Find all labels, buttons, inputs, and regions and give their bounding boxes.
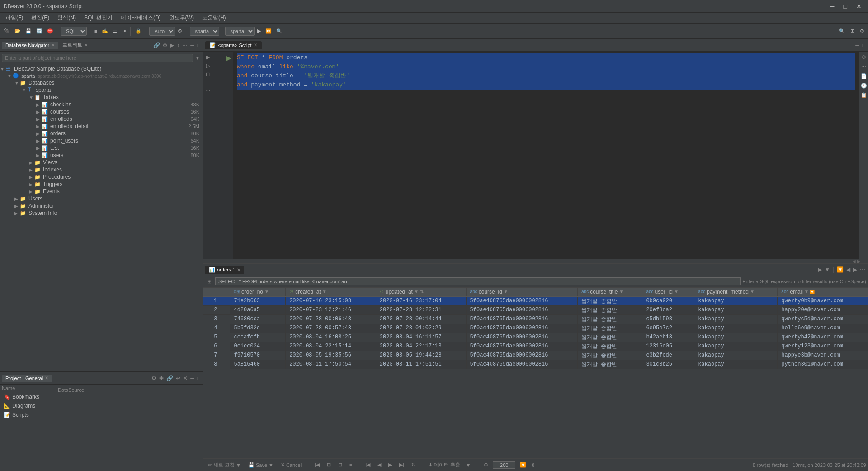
menu-nav[interactable]: 탐색(N) [54, 13, 80, 23]
th-sort-created-at[interactable]: ▼ [322, 289, 327, 294]
results-filter-input[interactable] [215, 277, 741, 285]
last-page-button[interactable]: ▶| [396, 461, 407, 469]
format-button[interactable]: ≡ [93, 28, 99, 35]
refresh-button[interactable]: 🔄 [34, 27, 44, 35]
table-row[interactable]: 4 5b5fd32c 2020-07-28 00:57:43 2020-07-2… [203, 324, 868, 333]
tree-procedures[interactable]: ▶ 📁 Procedures [0, 173, 203, 181]
limit-input[interactable]: 200 [493, 461, 515, 469]
results-settings-icon[interactable]: ⋯ [859, 266, 866, 274]
th-user-id[interactable]: abc user_id ▼ [642, 288, 694, 296]
lock-button[interactable]: 🔒 [133, 27, 143, 35]
tree-table-enrolleds-detail[interactable]: ▶ 📊 enrolleds_detail 2.5M [0, 123, 203, 130]
tree-table-enrolleds[interactable]: ▶ 📊 enrolleds 64K [0, 115, 203, 123]
nav-collapse-button[interactable]: ↕ [176, 41, 180, 49]
table-row[interactable]: 1 71e2b663 2020-07-16 23:15:03 2020-07-1… [203, 296, 868, 306]
history-sidebar-icon[interactable]: 🕐 [860, 82, 868, 90]
run-line-icon[interactable]: ▷ [205, 62, 211, 70]
th-sort-course-id[interactable]: ▼ [504, 289, 508, 294]
filter-settings-button[interactable]: ⚙ [481, 461, 491, 469]
table-row[interactable]: 5 cccafcfb 2020-08-04 16:08:25 2020-08-0… [203, 333, 868, 342]
expand-sidebar-icon[interactable]: 📋 [860, 91, 868, 99]
save-data-button[interactable]: 💾 Save ▼ [245, 461, 276, 469]
results-drop-icon[interactable]: ▼ [824, 266, 831, 274]
executor2-dropdown[interactable]: sparta [225, 27, 255, 36]
tree-table-checkins[interactable]: ▶ 📊 checkins 48K [0, 101, 203, 108]
open-button[interactable]: 📂 [13, 27, 23, 35]
th-sort-payment-method[interactable]: ▼ [750, 289, 755, 294]
navigator-search-input[interactable] [2, 54, 193, 62]
tab-script[interactable]: 📝 <sparta> Script ✕ [205, 41, 262, 49]
format-code-icon[interactable]: ≡ [205, 79, 210, 86]
project-nav-diagrams[interactable]: 📐 Diagrams [0, 401, 54, 410]
th-sort-email[interactable]: ▼ [804, 289, 809, 294]
save-sidebar-icon[interactable]: 📄 [860, 72, 868, 80]
first-row-button[interactable]: |◀ [312, 461, 322, 469]
prev-page-button[interactable]: ◀ [375, 461, 384, 469]
th-updated-at[interactable]: ⏱ updated_at ▼ ⇅ [376, 288, 466, 296]
tab-close-script[interactable]: ✕ [254, 43, 257, 48]
th-course-id[interactable]: abc course_id ▼ [466, 288, 577, 296]
column-order-button[interactable]: ≡ [347, 461, 355, 469]
tab-results[interactable]: 📊 orders 1 ✕ [205, 266, 244, 274]
results-copy-icon[interactable]: ◀ [845, 266, 851, 274]
filter-apply-button[interactable]: 🔽 [517, 461, 529, 469]
nav-maximize-button[interactable]: □ [196, 41, 201, 49]
run-script-button[interactable]: ⏩ [264, 27, 274, 35]
tab-close-navigator[interactable]: ✕ [51, 43, 55, 48]
editor-content[interactable]: SELECT * FROM orders where email like '%… [233, 52, 859, 259]
tree-system-info[interactable]: ▶ 📁 System Info [0, 209, 203, 217]
project-refresh-button[interactable]: ↩ [175, 374, 181, 382]
project-minimize-button[interactable]: ─ [189, 374, 195, 382]
search-toolbar-button[interactable]: 🔍 [274, 27, 284, 35]
settings-sidebar-icon[interactable]: ⚙ [861, 53, 867, 61]
comment-button[interactable]: ✍ [100, 27, 110, 35]
menu-file[interactable]: 파일(F) [2, 13, 27, 23]
th-email[interactable]: abc email ▼ 🔽 [778, 288, 868, 296]
export-button[interactable]: ⬇ 데이터 추출... ▼ [426, 461, 473, 469]
tree-root-dbeaver[interactable]: ▼ 🗃 DBeaver Sample Database (SQLite) [0, 65, 203, 72]
auto-dropdown[interactable]: Auto [149, 27, 175, 36]
menu-edit[interactable]: 편집(E) [28, 13, 53, 23]
project-link-button[interactable]: 🔗 [165, 374, 174, 382]
next-page-button[interactable]: ▶ [386, 461, 395, 469]
group-rows-button[interactable]: ⊞ [324, 461, 334, 469]
table-row[interactable]: 7 f9710570 2020-08-05 19:35:56 2020-08-0… [203, 351, 868, 360]
filter-toggle-button[interactable]: ⊞ [205, 277, 213, 285]
table-row[interactable]: 3 74680cca 2020-07-28 00:06:48 2020-07-2… [203, 314, 868, 324]
tree-table-point-users[interactable]: ▶ 📊 point_users 64K [0, 137, 203, 144]
nav-minimize-button[interactable]: ─ [189, 41, 195, 49]
tree-tables[interactable]: ▼ 📋 Tables [0, 94, 203, 101]
tree-sparta-db[interactable]: ▼ 🗄 sparta [0, 86, 203, 94]
tree-table-users[interactable]: ▶ 📊 users 80K [0, 152, 203, 159]
minimize-button[interactable]: ─ [827, 2, 837, 11]
tree-indexes[interactable]: ▶ 📁 Indexes [0, 166, 203, 173]
stop-button[interactable]: ⛔ [45, 27, 55, 35]
th-course-title[interactable]: abc course_title ▼ [578, 288, 642, 296]
sql-type-dropdown[interactable]: SQL [61, 27, 87, 36]
toolbar-settings-icon[interactable]: ⚙ [858, 27, 866, 35]
editor-minimize-button[interactable]: ─ [854, 41, 860, 49]
run-button[interactable]: ▶ [255, 27, 263, 35]
project-delete-button[interactable]: ✕ [182, 374, 189, 382]
tree-users[interactable]: ▶ 📁 Users [0, 195, 203, 202]
menu-window[interactable]: 윈도우(W) [165, 13, 198, 23]
tab-project[interactable]: 프로젝트 ✕ [59, 41, 91, 49]
results-filter-active[interactable]: 🔽 [836, 266, 844, 274]
close-button[interactable]: ✕ [854, 2, 864, 11]
project-nav-scripts[interactable]: 📝 Scripts [0, 410, 54, 419]
tree-table-orders[interactable]: ▶ 📊 orders 80K [0, 130, 203, 137]
nav-filter-button[interactable]: ⋯ [181, 41, 189, 49]
script-tools-icon[interactable]: ⋯ [204, 87, 211, 95]
maximize-button[interactable]: □ [841, 2, 850, 11]
cancel-button[interactable]: ✕ Cancel [278, 461, 304, 469]
nav-expand-button[interactable]: ▶ [169, 41, 175, 49]
nav-search-settings[interactable]: ▼ [194, 54, 201, 62]
tab-project-general[interactable]: Project - General ✕ [2, 375, 52, 382]
project-maximize-button[interactable]: □ [196, 374, 201, 382]
block-button[interactable]: ☰ [111, 27, 119, 35]
results-paste-icon[interactable]: ▶ [852, 266, 858, 274]
tree-views[interactable]: ▶ 📁 Views [0, 159, 203, 166]
explain-icon[interactable]: ⊡ [205, 71, 211, 78]
editor-scroll-bar[interactable]: ◀ ▶ [203, 259, 868, 264]
tab-database-navigator[interactable]: Database Navigator ✕ [2, 42, 58, 49]
